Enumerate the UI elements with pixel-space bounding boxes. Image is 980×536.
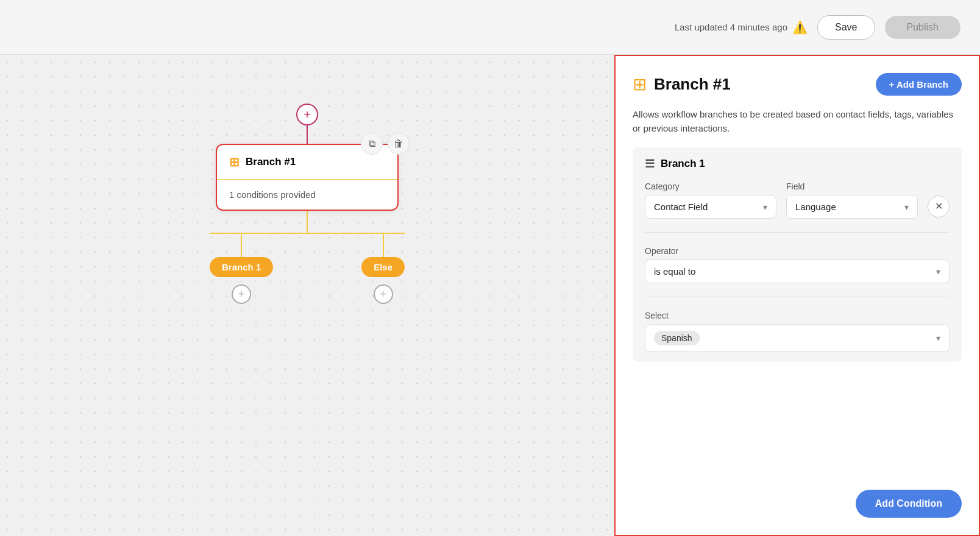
branch-node-conditions: 1 conditions provided	[229, 189, 316, 200]
add-condition-button[interactable]: Add Condition	[856, 490, 962, 518]
panel-branch-icon: ⊞	[633, 74, 647, 94]
save-button[interactable]: Save	[817, 15, 875, 40]
delete-button[interactable]: 🗑	[388, 133, 410, 155]
branch-section-header: ☰ Branch 1	[645, 157, 950, 171]
operator-select[interactable]: is equal to ▾	[645, 259, 950, 283]
add-branch-button[interactable]: + Add Branch	[876, 73, 962, 96]
branch1-pill[interactable]: Branch 1	[210, 257, 273, 277]
category-label: Category	[645, 182, 776, 191]
branch-section-title: Branch 1	[661, 158, 705, 170]
warning-icon: ⚠️	[792, 20, 808, 35]
panel-description: Allows workflow branches to be created b…	[633, 108, 962, 135]
header-status: Last updated 4 minutes ago ⚠️	[675, 20, 808, 35]
branch1-add-button[interactable]: +	[232, 284, 251, 304]
category-group: Category Contact Field ▾	[645, 182, 776, 219]
field-chevron: ▾	[904, 202, 909, 212]
workflow: + ⧉ 🗑 ⊞ Branch #1 1 conditions provided	[210, 104, 405, 304]
list-icon: ☰	[645, 157, 655, 171]
category-field-row: Category Contact Field ▾ Field Language …	[645, 182, 950, 219]
field-value: Language	[795, 202, 836, 212]
operator-group: Operator is equal to ▾	[645, 246, 950, 283]
connector-mid	[307, 211, 308, 233]
branch-node-icon: ⊞	[229, 155, 240, 169]
branch1-connector: Branch 1 +	[210, 233, 273, 304]
select-group: Select Spanish ▾	[645, 311, 950, 352]
panel-title-group: ⊞ Branch #1	[633, 74, 731, 94]
side-panel: ⊞ Branch #1 + Add Branch Allows workflow…	[614, 55, 980, 536]
main-layout: + ⧉ 🗑 ⊞ Branch #1 1 conditions provided	[0, 55, 980, 536]
select-chevron: ▾	[936, 333, 940, 343]
header: Last updated 4 minutes ago ⚠️ Save Publi…	[0, 0, 980, 55]
operator-chevron: ▾	[936, 267, 940, 277]
panel-header: ⊞ Branch #1 + Add Branch	[633, 73, 962, 96]
divider1	[645, 232, 950, 233]
add-node-top-button[interactable]: +	[296, 104, 318, 125]
branch-node-title: Branch #1	[246, 156, 296, 168]
select-value-field[interactable]: Spanish ▾	[645, 324, 950, 352]
selected-tag: Spanish	[654, 331, 700, 345]
remove-condition-button[interactable]: ✕	[928, 196, 950, 217]
field-group: Field Language ▾	[786, 182, 918, 219]
operator-label: Operator	[645, 246, 950, 256]
connector-top	[307, 125, 308, 144]
field-label: Field	[786, 182, 918, 191]
node-action-buttons: ⧉ 🗑	[361, 133, 410, 155]
operator-value: is equal to	[654, 266, 695, 277]
else-add-button[interactable]: +	[374, 284, 393, 304]
category-select[interactable]: Contact Field ▾	[645, 195, 776, 219]
branch-line-container: Branch 1 + Else +	[210, 233, 405, 304]
panel-footer: Add Condition	[633, 490, 962, 518]
branch-node-body: 1 conditions provided	[217, 180, 397, 210]
status-text: Last updated 4 minutes ago	[675, 22, 787, 32]
branch1-v-line	[241, 233, 242, 257]
divider2	[645, 297, 950, 297]
field-select[interactable]: Language ▾	[786, 195, 918, 219]
else-v-line	[383, 233, 384, 257]
else-connector: Else +	[361, 233, 405, 304]
category-chevron: ▾	[763, 202, 767, 212]
panel-branch-section: ☰ Branch 1 Category Contact Field ▾ Fiel…	[633, 147, 962, 362]
panel-title: Branch #1	[654, 75, 731, 94]
branch-h-line	[210, 233, 405, 234]
else-pill[interactable]: Else	[361, 257, 405, 277]
copy-button[interactable]: ⧉	[361, 133, 383, 155]
publish-button[interactable]: Publish	[885, 16, 960, 39]
branch-node-wrapper: ⧉ 🗑 ⊞ Branch #1 1 conditions provided	[216, 144, 399, 211]
category-value: Contact Field	[654, 202, 708, 212]
select-label: Select	[645, 311, 950, 320]
canvas: + ⧉ 🗑 ⊞ Branch #1 1 conditions provided	[0, 55, 614, 536]
